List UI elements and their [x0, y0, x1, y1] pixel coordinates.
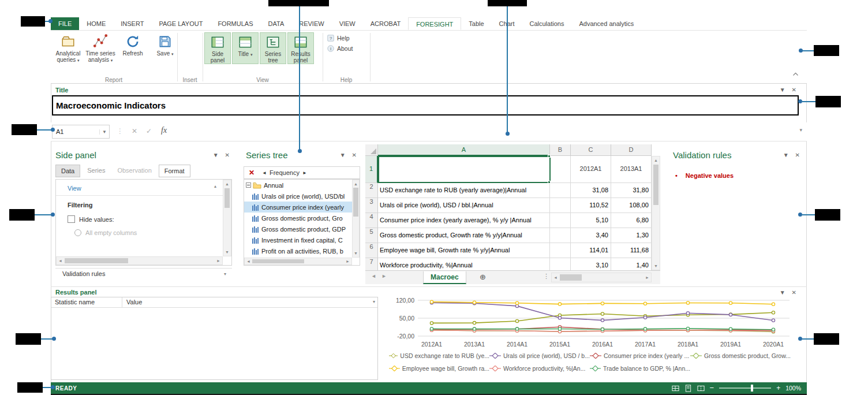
- cell-b6[interactable]: [550, 243, 571, 258]
- save-button[interactable]: Save ▾: [149, 32, 181, 64]
- cell-c7[interactable]: 3,10: [571, 258, 611, 270]
- cancel-formula-icon[interactable]: ✕: [132, 127, 137, 135]
- row-header-3[interactable]: 3: [365, 198, 378, 213]
- column-header-d[interactable]: D: [611, 144, 652, 156]
- scroll-up-icon[interactable]: ▲: [223, 180, 231, 188]
- cell-d4[interactable]: 6,80: [611, 213, 652, 228]
- ribbon-tab-foresight[interactable]: FORESIGHT: [408, 17, 461, 30]
- insert-function-icon[interactable]: fx: [161, 126, 167, 135]
- results-panel-button[interactable]: Results panel: [287, 32, 314, 64]
- column-header-a[interactable]: A: [378, 144, 550, 156]
- scroll-down-icon[interactable]: ▼: [353, 249, 359, 257]
- title-button[interactable]: Title ▾: [232, 32, 259, 64]
- value-column-header[interactable]: Value: [126, 297, 142, 308]
- nav-left-icon[interactable]: ◄: [259, 170, 270, 176]
- validation-rule-negative-values[interactable]: •Negative values: [675, 172, 734, 179]
- page-break-view-icon[interactable]: [697, 385, 705, 392]
- side-panel-vscrollbar[interactable]: ▲ ▼: [223, 180, 231, 256]
- scrollbar-thumb[interactable]: [225, 188, 230, 208]
- clear-filter-icon[interactable]: ✕: [244, 169, 259, 177]
- validation-section-row[interactable]: Validation rules ▾: [55, 270, 232, 277]
- close-panel-icon[interactable]: ✕: [795, 152, 800, 158]
- next-sheet-icon[interactable]: ►: [381, 273, 387, 279]
- side-panel-hscrollbar[interactable]: ◄ ►: [56, 256, 223, 265]
- about-button[interactable]: iAbout: [324, 43, 355, 54]
- side-panel-tab-data[interactable]: Data: [55, 165, 80, 177]
- cell-a7[interactable]: Workforce productivity, %|Annual: [378, 258, 550, 270]
- cell-d7[interactable]: 1,40: [611, 258, 652, 270]
- ribbon-tab-acrobat[interactable]: ACROBAT: [363, 17, 408, 30]
- collapse-panel-icon[interactable]: ▼: [780, 87, 785, 93]
- cell-a4[interactable]: Consumer price index (yearly average), %…: [378, 213, 550, 228]
- collapse-section-icon[interactable]: ▴: [214, 184, 216, 189]
- scroll-up-icon[interactable]: ▲: [353, 180, 359, 188]
- tree-item-gross-domestic-product-gro[interactable]: Gross domestic product, Gro: [244, 213, 360, 223]
- cell-a2[interactable]: USD exchange rate to RUB (yearly average…: [378, 183, 550, 198]
- collapse-node-icon[interactable]: [246, 182, 251, 188]
- normal-view-icon[interactable]: [672, 385, 679, 392]
- zoom-level-label[interactable]: 100%: [785, 385, 801, 392]
- row-header-1[interactable]: 1: [365, 156, 378, 183]
- column-header-c[interactable]: C: [571, 144, 611, 156]
- ribbon-tab-file[interactable]: FILE: [51, 17, 79, 30]
- time-series-analysis-button[interactable]: Time series analysis ▾: [84, 32, 117, 64]
- row-header-4[interactable]: 4: [365, 213, 378, 228]
- refresh-button[interactable]: Refresh: [117, 32, 149, 64]
- cell-d1[interactable]: 2013A1: [611, 156, 652, 183]
- name-box[interactable]: A1 ▼: [52, 125, 110, 139]
- scroll-right-icon[interactable]: ►: [215, 257, 222, 264]
- cell-c3[interactable]: 110,52: [571, 198, 611, 213]
- cell-c4[interactable]: 5,10: [571, 213, 611, 228]
- select-all-corner[interactable]: [365, 144, 378, 156]
- close-panel-icon[interactable]: ✕: [225, 152, 230, 158]
- scrollbar-thumb[interactable]: [252, 259, 304, 263]
- ribbon-tab-insert[interactable]: INSERT: [113, 17, 151, 30]
- nav-right-icon[interactable]: ►: [300, 170, 310, 176]
- close-panel-icon[interactable]: ✕: [792, 87, 796, 93]
- ribbon-tab-data[interactable]: DATA: [261, 17, 292, 30]
- side-panel-tab-format[interactable]: Format: [159, 165, 190, 177]
- collapse-panel-icon[interactable]: ▼: [213, 152, 219, 158]
- scroll-right-icon[interactable]: ►: [643, 273, 651, 282]
- scroll-right-icon[interactable]: ►: [344, 258, 351, 264]
- frequency-nav-label[interactable]: Frequency: [270, 169, 300, 176]
- cell-d3[interactable]: 108,00: [611, 198, 652, 213]
- hide-values-checkbox[interactable]: [68, 215, 75, 223]
- zoom-slider[interactable]: [719, 387, 771, 389]
- cell-b4[interactable]: [550, 213, 571, 228]
- row-header-2[interactable]: 2: [365, 183, 378, 198]
- side-panel-tab-observation[interactable]: Observation: [112, 165, 156, 177]
- sheet-vscrollbar[interactable]: ▲ ▼: [652, 156, 660, 270]
- cell-b7[interactable]: [550, 258, 571, 270]
- ribbon-tab-calculations[interactable]: Calculations: [522, 17, 572, 30]
- ribbon-tab-advanced-analytics[interactable]: Advanced analytics: [571, 17, 641, 30]
- cell-d6[interactable]: 111,68: [611, 243, 652, 258]
- formula-input[interactable]: [177, 125, 788, 139]
- row-header-5[interactable]: 5: [365, 228, 378, 243]
- scrollbar-thumb[interactable]: [65, 258, 128, 263]
- prev-sheet-icon[interactable]: ◄: [371, 273, 376, 279]
- help-button[interactable]: ?Help: [324, 33, 355, 43]
- table-dropdown-icon[interactable]: ▾: [373, 299, 375, 304]
- selection-handle[interactable]: [548, 155, 551, 158]
- cell-d5[interactable]: 1,30: [611, 228, 652, 243]
- cell-c2[interactable]: 31,08: [571, 183, 611, 198]
- tree-item-consumer-price-index-yearly[interactable]: Consumer price index (yearly: [244, 202, 360, 213]
- new-sheet-icon[interactable]: ⊕: [480, 273, 486, 281]
- ribbon-tab-formulas[interactable]: FORMULAS: [210, 17, 260, 30]
- collapse-panel-icon[interactable]: ▼: [340, 152, 346, 158]
- page-layout-view-icon[interactable]: [684, 385, 692, 392]
- tree-item-investment-in-fixed-capital-c[interactable]: Investment in fixed capital, C: [244, 234, 360, 245]
- scroll-left-icon[interactable]: ◄: [245, 258, 252, 264]
- cell-b5[interactable]: [550, 228, 571, 243]
- tree-item-gross-domestic-product-gdp[interactable]: Gross domestic product, GDP: [244, 223, 360, 234]
- row-header-6[interactable]: 6: [365, 243, 378, 258]
- series-tree-hscrollbar[interactable]: ◄ ►: [244, 258, 352, 265]
- cell-b3[interactable]: [550, 198, 571, 213]
- collapse-panel-icon[interactable]: ▼: [780, 289, 785, 296]
- close-panel-icon[interactable]: ✕: [792, 289, 796, 296]
- cell-c5[interactable]: 3,40: [571, 228, 611, 243]
- tree-item-profit-on-all-activities-rub-b[interactable]: Profit on all activities, RUB, b: [244, 245, 360, 256]
- report-title-input[interactable]: Macroeconomic Indicators: [52, 95, 799, 115]
- statistic-name-column-header[interactable]: Statistic name: [55, 297, 95, 308]
